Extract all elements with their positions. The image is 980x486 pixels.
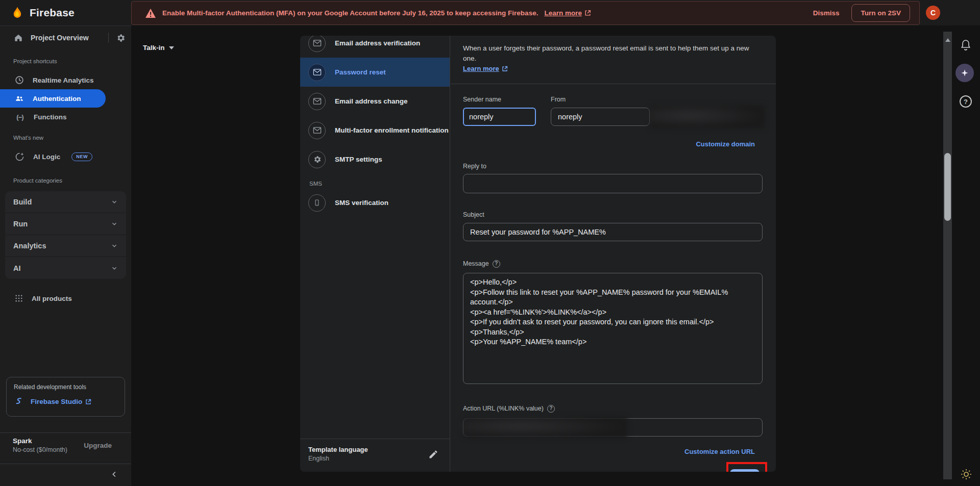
action-url-label-row: Action URL (%LINK% value) ?	[463, 404, 763, 413]
home-icon	[13, 33, 23, 43]
people-icon	[14, 93, 24, 104]
topbar: Firebase Enable Multi-factor Authenticat…	[0, 0, 980, 25]
project-switcher[interactable]: Talk-in	[143, 44, 174, 52]
turn-on-2sv-button[interactable]: Turn on 2SV	[851, 4, 910, 22]
related-tools-heading: Related development tools	[14, 383, 125, 391]
plan-block: Spark No-cost ($0/month) Upgrade	[13, 437, 121, 453]
divider	[451, 84, 776, 84]
template-item-sms-verification[interactable]: SMS verification	[300, 188, 450, 217]
message-label-row: Message ?	[463, 260, 763, 268]
category-ai[interactable]: AI	[5, 257, 126, 279]
save-button[interactable]: Save	[730, 469, 760, 472]
template-item-password-reset[interactable]: Password reset	[300, 58, 450, 87]
external-link-icon	[85, 399, 91, 405]
firebase-console: Firebase Enable Multi-factor Authenticat…	[0, 0, 980, 486]
category-run[interactable]: Run	[5, 213, 126, 235]
scrollbar-up-arrow[interactable]	[945, 38, 950, 42]
password-reset-detail-panel: When a user forgets their password, a pa…	[451, 36, 776, 472]
shortcuts-heading: Project shortcuts	[0, 58, 131, 65]
learn-more-link[interactable]: Learn more	[463, 65, 508, 72]
action-url-field	[463, 418, 763, 437]
sidebar-item-ai-logic[interactable]: AI Logic NEW	[0, 147, 131, 166]
plan-name: Spark	[13, 437, 67, 445]
clock-icon	[14, 75, 24, 85]
customize-action-url-link[interactable]: Customize action URL	[684, 448, 755, 455]
template-language-value: English	[308, 455, 440, 462]
phone-icon	[308, 194, 326, 212]
vertical-scrollbar-track[interactable]	[943, 32, 952, 479]
sidebar: Project Overview Project shortcuts Realt…	[0, 25, 131, 486]
plan-detail: No-cost ($0/month)	[13, 446, 67, 453]
categories-heading: Product categories	[0, 177, 131, 184]
sms-section-heading: SMS	[300, 179, 450, 188]
customize-domain-row: Customize domain	[463, 139, 763, 148]
category-analytics[interactable]: Analytics	[5, 235, 126, 257]
subject-input[interactable]	[463, 223, 763, 241]
firebase-studio-icon	[14, 397, 23, 406]
sender-name-input[interactable]	[463, 108, 536, 126]
help-circle-icon[interactable]: ?	[493, 260, 500, 268]
template-language-block: Template language English	[300, 439, 450, 472]
whats-new-heading: What's new	[0, 134, 131, 141]
theme-sun-icon[interactable]	[960, 468, 972, 480]
message-textarea[interactable]: <p>Hello,</p> <p>Follow this link to res…	[463, 273, 763, 384]
template-list: Email address verification Password rese…	[300, 36, 450, 217]
collapse-sidebar-icon[interactable]	[110, 470, 119, 479]
grid-icon	[14, 294, 23, 303]
notifications-bell-icon[interactable]	[960, 39, 972, 51]
template-item-smtp-settings[interactable]: SMTP settings	[300, 145, 450, 174]
divider	[0, 464, 131, 464]
functions-icon: (--)	[14, 113, 26, 121]
warning-icon	[145, 8, 156, 18]
mail-icon	[308, 122, 326, 139]
divider	[0, 432, 131, 433]
category-build[interactable]: Build	[5, 191, 126, 213]
customize-domain-link[interactable]: Customize domain	[696, 140, 755, 148]
all-products-item[interactable]: All products	[0, 289, 131, 308]
firebase-studio-link[interactable]: Firebase Studio	[14, 397, 125, 406]
template-list-panel: Email address verification Password rese…	[300, 36, 450, 472]
template-item-email-change[interactable]: Email address change	[300, 87, 450, 116]
project-overview-label: Project Overview	[31, 34, 89, 42]
help-circle-icon[interactable]: ?	[547, 405, 555, 413]
edit-pencil-icon[interactable]	[428, 449, 438, 459]
banner-message: Enable Multi-factor Authentication (MFA)…	[162, 9, 538, 17]
template-item-email-verification[interactable]: Email address verification	[300, 36, 450, 58]
new-badge: NEW	[71, 152, 92, 161]
main-content: Talk-in Email address verification	[131, 25, 980, 486]
sidebar-item-realtime-analytics[interactable]: Realtime Analytics	[0, 71, 131, 89]
mail-icon	[308, 93, 326, 110]
gemini-assistant-icon[interactable]	[955, 64, 974, 82]
project-settings-gear-icon[interactable]	[116, 33, 126, 43]
brand-name: Firebase	[30, 7, 75, 19]
sidebar-item-functions[interactable]: (--) Functions	[0, 108, 131, 126]
mail-icon	[308, 64, 326, 81]
redacted-action-url	[463, 417, 627, 438]
form-buttons: Cancel Save	[463, 469, 763, 472]
project-overview-item[interactable]: Project Overview	[0, 26, 131, 49]
banner-actions: Dismiss Turn on 2SV	[813, 4, 910, 22]
account-avatar[interactable]: C	[926, 6, 940, 20]
reply-to-input[interactable]	[463, 174, 763, 193]
from-input[interactable]	[551, 108, 650, 126]
action-url-label: Action URL (%LINK% value)	[463, 404, 544, 413]
related-tools-box: Related development tools Firebase Studi…	[6, 377, 125, 417]
chevron-down-icon	[111, 198, 118, 206]
template-description: When a user forgets their password, a pa…	[463, 43, 763, 64]
customize-action-row: Customize action URL	[463, 447, 763, 456]
firebase-brand[interactable]: Firebase	[0, 0, 131, 25]
sidebar-item-authentication[interactable]: Authentication	[0, 89, 106, 108]
vertical-scrollbar-thumb[interactable]	[944, 153, 951, 221]
external-link-icon	[584, 10, 591, 16]
banner-learn-more-link[interactable]: Learn more	[544, 9, 591, 17]
help-icon[interactable]: ?	[960, 95, 972, 108]
dismiss-button[interactable]: Dismiss	[813, 9, 840, 17]
template-language-label: Template language	[308, 446, 440, 453]
message-label: Message	[463, 260, 489, 268]
from-label: From	[551, 95, 650, 104]
upgrade-button[interactable]: Upgrade	[84, 442, 121, 449]
product-categories-group: Build Run Analytics AI	[5, 191, 126, 279]
ai-logic-icon	[14, 151, 25, 162]
template-item-mfa-enrollment[interactable]: Multi-factor enrollment notification	[300, 116, 450, 145]
templates-card: Email address verification Password rese…	[300, 36, 776, 472]
